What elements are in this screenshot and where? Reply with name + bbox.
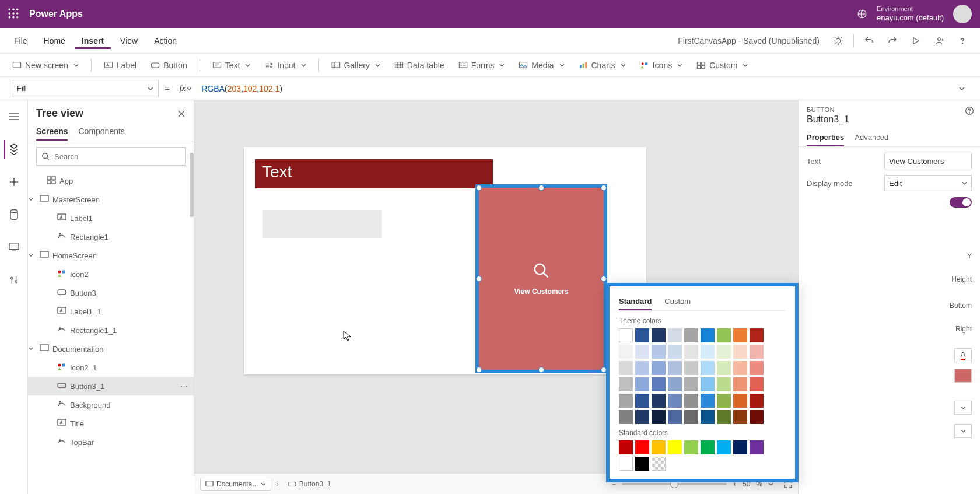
breadcrumb-control[interactable]: Button3_1 [284, 478, 336, 490]
control-name[interactable]: Button3_1 [807, 114, 972, 125]
color-swatch[interactable] [717, 345, 731, 359]
color-swatch[interactable] [701, 345, 715, 359]
environment-block[interactable]: Environment enayu.com (default) [877, 5, 944, 23]
fx-button[interactable]: fx [176, 83, 195, 93]
tree-item-app[interactable]: App [28, 171, 194, 190]
color-swatch[interactable] [701, 410, 715, 424]
color-swatch[interactable] [733, 345, 747, 359]
hamburger-icon[interactable] [5, 107, 23, 126]
visible-toggle[interactable] [950, 197, 972, 208]
color-swatch[interactable] [668, 440, 682, 454]
expand-formula-icon[interactable] [956, 87, 968, 90]
color-swatch[interactable] [701, 440, 715, 454]
more-icon[interactable]: ⋯ [180, 382, 188, 391]
datatable-button[interactable]: Data table [389, 58, 450, 73]
color-swatch[interactable] [717, 361, 731, 375]
color-swatch[interactable] [668, 361, 682, 375]
app-checker-icon[interactable] [828, 30, 849, 51]
border-dropdown[interactable] [954, 401, 972, 415]
tree-item-homescreen[interactable]: HomeScreen [28, 246, 194, 265]
button-button[interactable]: Button [145, 58, 192, 73]
color-swatch[interactable] [717, 440, 731, 454]
color-swatch[interactable] [635, 394, 649, 408]
color-swatch[interactable] [750, 377, 764, 391]
color-swatch[interactable] [668, 328, 682, 342]
color-swatch[interactable] [750, 345, 764, 359]
search-input[interactable] [53, 152, 180, 162]
menu-action[interactable]: Action [147, 33, 184, 49]
color-swatch[interactable] [652, 410, 666, 424]
color-swatch[interactable] [733, 377, 747, 391]
tree-item-title[interactable]: Title [28, 414, 194, 433]
color-swatch[interactable] [750, 440, 764, 454]
property-selector[interactable]: Fill [12, 80, 159, 97]
color-swatch[interactable] [668, 345, 682, 359]
add-icon[interactable] [5, 173, 23, 191]
color-swatch[interactable] [635, 345, 649, 359]
menu-home[interactable]: Home [37, 33, 72, 49]
play-icon[interactable] [905, 30, 926, 51]
color-swatch[interactable] [652, 457, 666, 471]
media-button[interactable]: Media [513, 58, 569, 73]
color-swatch[interactable] [684, 377, 698, 391]
color-swatch[interactable] [717, 394, 731, 408]
color-swatch[interactable] [733, 361, 747, 375]
color-swatch[interactable] [619, 457, 633, 471]
color-swatch[interactable] [635, 328, 649, 342]
text-button[interactable]: Text [207, 58, 256, 73]
share-icon[interactable] [929, 30, 950, 51]
color-swatch[interactable] [635, 457, 649, 471]
color-swatch[interactable] [684, 361, 698, 375]
color-swatch[interactable] [701, 328, 715, 342]
tab-components[interactable]: Components [78, 122, 124, 141]
color-swatch[interactable] [701, 377, 715, 391]
color-swatch[interactable] [652, 377, 666, 391]
tree-search[interactable] [36, 147, 186, 166]
picker-tab-standard[interactable]: Standard [619, 295, 652, 310]
color-swatch[interactable] [717, 377, 731, 391]
color-swatch[interactable] [684, 345, 698, 359]
undo-icon[interactable] [859, 30, 880, 51]
color-swatch[interactable] [619, 440, 633, 454]
color-swatch[interactable] [701, 361, 715, 375]
tree-item-documentation[interactable]: Documentation [28, 339, 194, 358]
color-swatch[interactable] [635, 361, 649, 375]
color-swatch[interactable] [684, 440, 698, 454]
color-swatch[interactable] [668, 377, 682, 391]
font-color-button[interactable]: A [954, 348, 972, 362]
color-swatch[interactable] [635, 377, 649, 391]
label-button[interactable]: Label [99, 58, 142, 73]
canvas-label-text[interactable]: Text [255, 159, 493, 188]
tree-item-label1[interactable]: Label1 [28, 209, 194, 227]
tree-item-icon2[interactable]: Icon2 [28, 265, 194, 283]
color-swatch[interactable] [750, 394, 764, 408]
color-swatch[interactable] [635, 440, 649, 454]
input-button[interactable]: Input [259, 58, 311, 73]
canvas-placeholder-box[interactable] [262, 210, 382, 238]
tree-item-masterscreen[interactable]: MasterScreen [28, 190, 194, 209]
color-swatch[interactable] [733, 440, 747, 454]
environment-icon[interactable] [857, 9, 867, 19]
color-swatch[interactable] [684, 410, 698, 424]
avatar[interactable] [953, 5, 972, 23]
color-swatch[interactable] [750, 328, 764, 342]
menu-view[interactable]: View [113, 33, 145, 49]
custom-button[interactable]: Custom [691, 58, 753, 73]
tree-item-rectangle1_1[interactable]: Rectangle1_1 [28, 321, 194, 339]
help-icon[interactable] [952, 30, 973, 51]
color-swatch[interactable] [750, 410, 764, 424]
tree-item-topbar[interactable]: TopBar [28, 433, 194, 451]
color-swatch[interactable] [750, 361, 764, 375]
tools-icon[interactable] [5, 271, 23, 289]
prop-text-value[interactable]: View Customers [884, 153, 972, 169]
redo-icon[interactable] [882, 30, 903, 51]
tree-item-rectangle1[interactable]: Rectangle1 [28, 227, 194, 246]
tree-item-label1_1[interactable]: Label1_1 [28, 302, 194, 321]
app-launcher-icon[interactable] [8, 8, 20, 20]
forms-button[interactable]: Forms [453, 58, 510, 73]
color-swatch[interactable] [619, 410, 633, 424]
data-icon[interactable] [5, 205, 23, 224]
gallery-button[interactable]: Gallery [326, 58, 386, 73]
breadcrumb-screen[interactable]: Documenta... [200, 478, 271, 491]
color-swatch[interactable] [684, 328, 698, 342]
